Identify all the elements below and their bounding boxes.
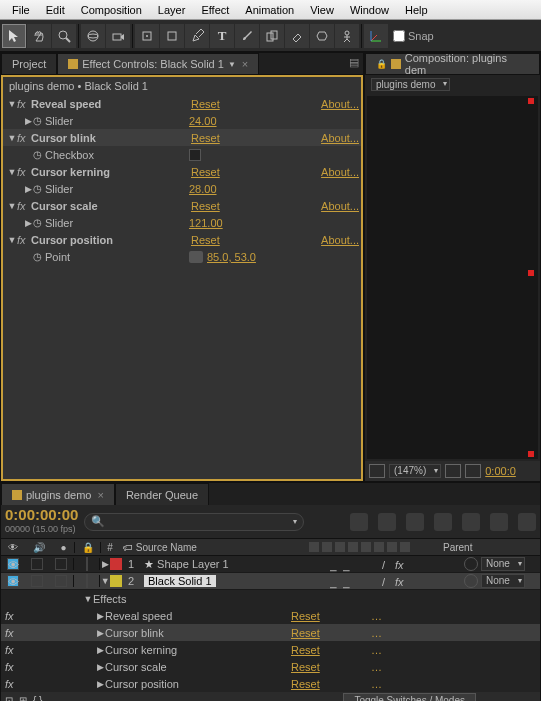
res-icon[interactable] — [369, 464, 385, 478]
options-icon[interactable]: … — [371, 661, 382, 673]
close-icon[interactable]: × — [242, 58, 248, 70]
value-slider[interactable]: 28.00 — [189, 183, 239, 195]
bracket-icon[interactable]: { } — [33, 695, 42, 701]
audio-toggle[interactable] — [31, 558, 43, 570]
reset-link[interactable]: Reset — [291, 661, 371, 673]
toggle-icon[interactable]: ⊡ — [5, 695, 13, 701]
reset-link[interactable]: Reset — [191, 132, 241, 144]
pen-tool[interactable] — [185, 24, 209, 48]
lock-icon[interactable]: 🔒 — [376, 59, 387, 69]
eraser-tool[interactable] — [285, 24, 309, 48]
twirl-icon[interactable]: ▼ — [83, 594, 93, 604]
about-link[interactable]: About... — [321, 200, 359, 212]
stopwatch-icon[interactable]: ◷ — [33, 115, 45, 126]
current-time[interactable]: 0:00:00:0000000 (15.00 fps) — [5, 508, 78, 536]
menu-layer[interactable]: Layer — [150, 2, 194, 18]
stopwatch-icon[interactable]: ◷ — [33, 251, 45, 262]
parent-dropdown[interactable]: None — [481, 557, 525, 571]
effect-cursor-kerning[interactable]: ▼fx Cursor kerning Reset About... — [3, 163, 361, 180]
about-link[interactable]: About... — [321, 234, 359, 246]
menu-composition[interactable]: Composition — [73, 2, 150, 18]
mask-icon[interactable] — [465, 464, 481, 478]
solo-toggle[interactable] — [55, 575, 67, 587]
render-queue-tab[interactable]: Render Queue — [115, 483, 209, 505]
twirl-icon[interactable]: ▶ — [95, 679, 105, 689]
pickwhip-icon[interactable] — [464, 557, 478, 571]
handle-icon[interactable] — [528, 451, 534, 457]
effect-reveal-speed[interactable]: ▼fx Reveal speed Reset About... — [3, 95, 361, 112]
axis-tool[interactable] — [364, 24, 388, 48]
layer-row[interactable]: 👁 ▶ 1 ★ Shape Layer 1 ⎯⎯/fx None — [1, 556, 540, 573]
menu-effect[interactable]: Effect — [193, 2, 237, 18]
reset-link[interactable]: Reset — [291, 610, 371, 622]
label-swatch[interactable] — [110, 575, 122, 587]
close-icon[interactable]: × — [97, 489, 103, 501]
prop-point[interactable]: ▶◷ Point 85.0, 53.0 — [3, 248, 361, 265]
stopwatch-icon[interactable]: ◷ — [33, 217, 45, 228]
effect-cursor-scale[interactable]: ▼fx Cursor scale Reset About... — [3, 197, 361, 214]
twirl-icon[interactable]: ▼ — [7, 201, 17, 211]
brush-tool[interactable] — [235, 24, 259, 48]
video-toggle[interactable]: 👁 — [7, 575, 19, 587]
draft3d-icon[interactable] — [518, 513, 536, 531]
composition-tab[interactable]: 🔒 Composition: plugins dem — [365, 53, 540, 74]
twirl-icon[interactable]: ▶ — [23, 184, 33, 194]
prop-slider[interactable]: ▶◷ Slider 24.00 — [3, 112, 361, 129]
tab-dropdown-icon[interactable]: ▼ — [228, 60, 236, 69]
comp-time[interactable]: 0:00:0 — [485, 465, 516, 477]
value-point[interactable]: 85.0, 53.0 — [207, 251, 257, 263]
shape-tool[interactable] — [160, 24, 184, 48]
tl-effect-row[interactable]: fx▶Cursor blinkReset… — [1, 624, 540, 641]
layer-name-input[interactable]: Black Solid 1 — [144, 575, 216, 587]
motion-blur-icon[interactable] — [434, 513, 452, 531]
prop-slider[interactable]: ▶◷ Slider 121.00 — [3, 214, 361, 231]
lock-toggle[interactable] — [86, 557, 88, 571]
twirl-icon[interactable]: ▶ — [95, 662, 105, 672]
menu-animation[interactable]: Animation — [237, 2, 302, 18]
timeline-comp-tab[interactable]: plugins demo × — [1, 483, 115, 505]
reset-link[interactable]: Reset — [191, 166, 241, 178]
comp-pill[interactable]: plugins demo — [371, 78, 450, 91]
tl-effect-row[interactable]: fx▶Cursor kerningReset… — [1, 641, 540, 658]
handle-icon[interactable] — [528, 98, 534, 104]
effect-cursor-position[interactable]: ▼fx Cursor position Reset About... — [3, 231, 361, 248]
pickwhip-icon[interactable] — [464, 574, 478, 588]
panel-menu-icon[interactable]: ▤ — [343, 53, 363, 74]
about-link[interactable]: About... — [321, 166, 359, 178]
snap-checkbox[interactable] — [393, 30, 405, 42]
clone-tool[interactable] — [260, 24, 284, 48]
zoom-dropdown[interactable]: (147%) — [389, 464, 441, 478]
effect-cursor-blink[interactable]: ▼fx Cursor blink Reset About... — [3, 129, 361, 146]
twirl-icon[interactable]: ▶ — [95, 611, 105, 621]
grid-icon[interactable] — [445, 464, 461, 478]
toggle-switches-button[interactable]: Toggle Switches / Modes — [343, 693, 476, 701]
reset-link[interactable]: Reset — [191, 200, 241, 212]
layer-row[interactable]: 👁 ▼ 2 Black Solid 1 ⎯⎯/fx None — [1, 573, 540, 590]
twirl-icon[interactable]: ▶ — [95, 628, 105, 638]
brainstorm-icon[interactable] — [490, 513, 508, 531]
reset-link[interactable]: Reset — [191, 98, 241, 110]
lock-toggle[interactable] — [86, 574, 88, 588]
render-icon[interactable]: ⊞ — [19, 695, 27, 701]
reset-link[interactable]: Reset — [291, 678, 371, 690]
effect-controls-tab[interactable]: Effect Controls: Black Solid 1 ▼ × — [57, 53, 259, 74]
solo-toggle[interactable] — [55, 558, 67, 570]
twirl-icon[interactable]: ▼ — [100, 576, 110, 586]
prop-slider[interactable]: ▶◷ Slider 28.00 — [3, 180, 361, 197]
value-slider[interactable]: 121.00 — [189, 217, 239, 229]
tl-effect-row[interactable]: fx▶Cursor positionReset… — [1, 675, 540, 692]
hand-tool[interactable] — [27, 24, 51, 48]
options-icon[interactable]: … — [371, 627, 382, 639]
menu-view[interactable]: View — [302, 2, 342, 18]
checkbox-input[interactable] — [189, 149, 201, 161]
puppet-tool[interactable] — [335, 24, 359, 48]
twirl-icon[interactable]: ▼ — [7, 99, 17, 109]
twirl-icon[interactable]: ▶ — [23, 116, 33, 126]
options-icon[interactable]: … — [371, 610, 382, 622]
shy-icon[interactable] — [350, 513, 368, 531]
about-link[interactable]: About... — [321, 98, 359, 110]
composition-viewer[interactable] — [367, 96, 538, 459]
zoom-tool[interactable] — [52, 24, 76, 48]
about-link[interactable]: About... — [321, 132, 359, 144]
menu-edit[interactable]: Edit — [38, 2, 73, 18]
